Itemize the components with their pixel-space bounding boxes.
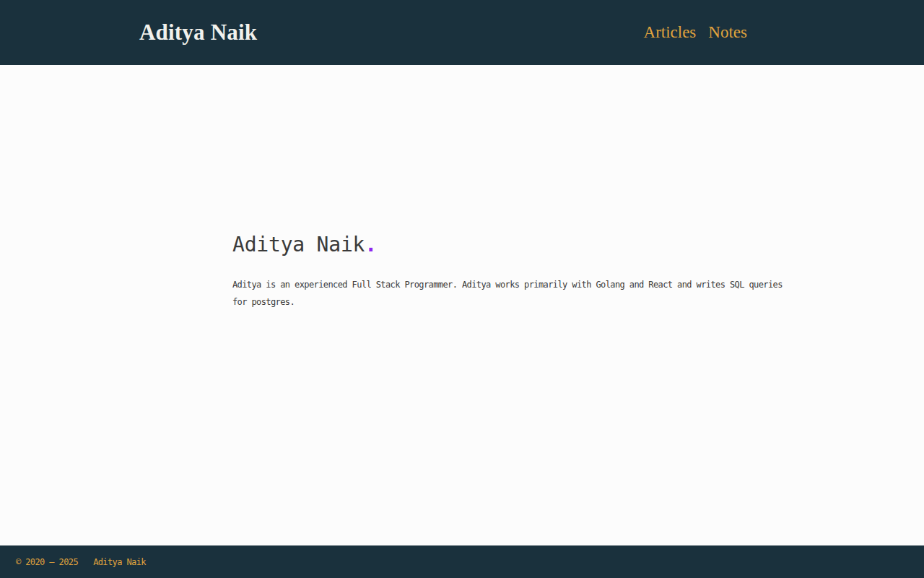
main-content: Aditya Naik. Aditya is an experienced Fu… <box>0 65 924 545</box>
site-header: Aditya Naik Articles Notes <box>0 0 924 65</box>
hero-title-text: Aditya Naik <box>232 233 365 256</box>
hero-section: Aditya Naik. Aditya is an experienced Fu… <box>232 65 790 311</box>
footer-owner-link[interactable]: Aditya Naik <box>93 557 146 567</box>
page: Aditya Naik Articles Notes Aditya Naik. … <box>0 0 924 578</box>
footer-copyright: © 2020 – 2025 <box>16 557 78 567</box>
hero-title-period: . <box>365 233 377 256</box>
nav-link-notes[interactable]: Notes <box>708 23 747 42</box>
hero-title: Aditya Naik. <box>232 233 790 257</box>
nav-link-articles[interactable]: Articles <box>644 23 697 42</box>
hero-description: Aditya is an experienced Full Stack Prog… <box>232 276 790 311</box>
site-logo[interactable]: Aditya Naik <box>139 20 257 46</box>
main-nav: Articles Notes <box>644 23 747 42</box>
site-footer: © 2020 – 2025 Aditya Naik <box>0 545 924 578</box>
